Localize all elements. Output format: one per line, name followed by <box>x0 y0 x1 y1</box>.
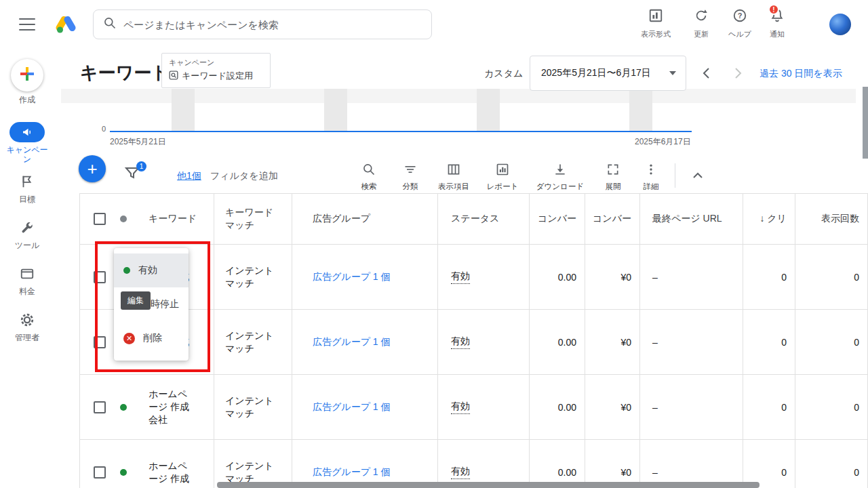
match-type-cell: インテント マッチ <box>225 264 274 290</box>
appearance-icon <box>648 8 663 26</box>
sidebar-item-admin-label: 管理者 <box>15 333 39 342</box>
col-clicks-sorted[interactable]: ↓ クリ <box>760 213 787 225</box>
menu-icon[interactable] <box>19 18 35 30</box>
flag-icon <box>20 174 35 192</box>
sidebar-item-goals-label: 目標 <box>19 195 35 204</box>
avatar[interactable] <box>829 14 851 35</box>
refresh-button[interactable]: 更新 <box>682 8 721 39</box>
search-tool-button[interactable]: 検索 <box>354 163 384 192</box>
help-button[interactable]: ? ヘルプ <box>720 8 760 39</box>
row-checkbox[interactable] <box>94 336 106 348</box>
status-dot[interactable] <box>120 469 127 476</box>
sidebar-item-tools[interactable]: ツール <box>0 220 54 250</box>
add-filter-button[interactable]: フィルタを追加 <box>210 170 278 182</box>
create-button[interactable] <box>11 59 43 92</box>
menu-item-remove-label: 削除 <box>143 332 162 344</box>
other-filters-link[interactable]: 他1個 <box>177 170 201 182</box>
final-url-cell: – <box>652 467 658 478</box>
more-vert-icon <box>644 163 658 179</box>
filter-button[interactable]: 1 <box>124 165 143 184</box>
prev-period-button[interactable] <box>698 65 715 81</box>
google-ads-app: 表示形式 更新 ? ヘルプ ! 通知 <box>0 0 868 488</box>
appearance-button[interactable]: 表示形式 <box>636 8 675 39</box>
reports-tool-button[interactable]: レポート <box>484 163 521 192</box>
sidebar-item-goals[interactable]: 目標 <box>0 174 54 204</box>
status-cell[interactable]: 有効 <box>451 466 470 479</box>
expand-tool-button[interactable]: 展開 <box>598 163 628 192</box>
col-final-url[interactable]: 最終ページ URL <box>652 213 722 225</box>
chart-hover-column <box>629 89 652 132</box>
chart-end-date: 2025年6月17日 <box>635 136 691 148</box>
horizontal-scrollbar[interactable] <box>217 482 760 488</box>
col-impressions[interactable]: 表示回数 <box>821 213 859 225</box>
chart-y-axis-zero: 0 <box>88 125 106 133</box>
sidebar-item-create-label: 作成 <box>0 95 54 104</box>
sidebar-item-tools-label: ツール <box>15 241 40 250</box>
menu-item-remove[interactable]: ✕ 削除 <box>114 321 189 355</box>
status-dot-header[interactable] <box>120 216 127 222</box>
ad-group-link[interactable]: 広告グループ 1 個 <box>313 466 391 479</box>
notifications-button[interactable]: ! 通知 <box>757 8 797 39</box>
gear-icon <box>20 312 35 330</box>
sidebar-item-admin[interactable]: 管理者 <box>0 312 54 342</box>
report-icon <box>496 163 509 179</box>
chip-type-label: キャンペーン <box>169 58 263 68</box>
final-url-cell: – <box>652 337 658 348</box>
row-checkbox[interactable] <box>94 401 106 413</box>
col-cost-per-conv[interactable]: コンバー <box>593 213 631 225</box>
expand-icon <box>606 163 620 179</box>
col-ad-group[interactable]: 広告グループ <box>313 213 370 225</box>
remove-icon: ✕ <box>123 333 135 344</box>
segment-icon <box>403 163 417 179</box>
chart-hover-column <box>324 89 347 132</box>
col-match[interactable]: キーワード マッチ <box>225 206 274 232</box>
cost-cell: ¥0 <box>620 272 631 283</box>
vertical-scrollbar[interactable] <box>863 87 868 159</box>
download-tool-button[interactable]: ダウンロード <box>534 163 586 192</box>
status-cell[interactable]: 有効 <box>451 270 470 284</box>
conversions-cell: 0.00 <box>558 272 576 283</box>
row-checkbox[interactable] <box>94 271 106 283</box>
col-status[interactable]: ステータス <box>451 213 499 225</box>
ad-group-link[interactable]: 広告グループ 1 個 <box>313 271 391 283</box>
clicks-cell: 0 <box>781 467 787 478</box>
col-conversions[interactable]: コンバー <box>538 213 576 225</box>
status-cell[interactable]: 有効 <box>451 401 470 414</box>
sidebar-item-billing-label: 料金 <box>19 287 35 296</box>
conversions-cell: 0.00 <box>558 337 576 348</box>
menu-item-enable[interactable]: 有効 <box>114 253 189 287</box>
more-tool-button[interactable]: 詳細 <box>638 163 664 192</box>
wrench-icon <box>20 220 35 238</box>
table-header-row: キーワード キーワード マッチ 広告グループ ステータス コンバー コンバー 最… <box>80 194 868 245</box>
keyword-cell: ホームページ 作成 <box>149 460 195 485</box>
sidebar-item-billing[interactable]: 料金 <box>0 266 54 296</box>
next-period-button[interactable] <box>730 65 746 81</box>
columns-icon <box>447 163 460 179</box>
clicks-cell: 0 <box>781 402 787 413</box>
chart-hover-column <box>477 89 500 132</box>
show-last-30-days-link[interactable]: 過去 30 日間を表示 <box>760 68 842 80</box>
row-checkbox[interactable] <box>94 466 106 479</box>
keywords-table: キーワード キーワード マッチ 広告グループ ステータス コンバー コンバー 最… <box>79 193 868 488</box>
status-dot[interactable] <box>120 404 127 411</box>
add-keyword-button[interactable]: + <box>79 155 106 182</box>
col-keyword[interactable]: キーワード <box>149 213 197 225</box>
chart-hover-column <box>172 89 195 132</box>
date-range-select[interactable]: 2025年5月21日〜6月17日 <box>530 56 686 91</box>
filter-count-badge: 1 <box>136 161 146 171</box>
select-all-checkbox[interactable] <box>94 213 106 225</box>
sidebar-item-campaigns[interactable]: キャンペーン <box>0 122 54 164</box>
clicks-cell: 0 <box>781 337 787 348</box>
status-cell[interactable]: 有効 <box>451 336 470 349</box>
global-search <box>93 9 432 39</box>
segment-tool-button[interactable]: 分類 <box>395 163 425 192</box>
refresh-icon <box>694 8 709 26</box>
ad-group-link[interactable]: 広告グループ 1 個 <box>313 336 391 348</box>
columns-tool-button[interactable]: 表示項目 <box>434 163 473 192</box>
ad-group-link[interactable]: 広告グループ 1 個 <box>313 401 391 413</box>
search-input[interactable] <box>123 19 415 30</box>
campaign-scope-chip[interactable]: キャンペーン キーワード設定用 <box>161 53 271 88</box>
collapse-chart-button[interactable] <box>690 167 706 184</box>
help-label: ヘルプ <box>728 29 751 39</box>
campaign-type-icon <box>169 70 178 82</box>
